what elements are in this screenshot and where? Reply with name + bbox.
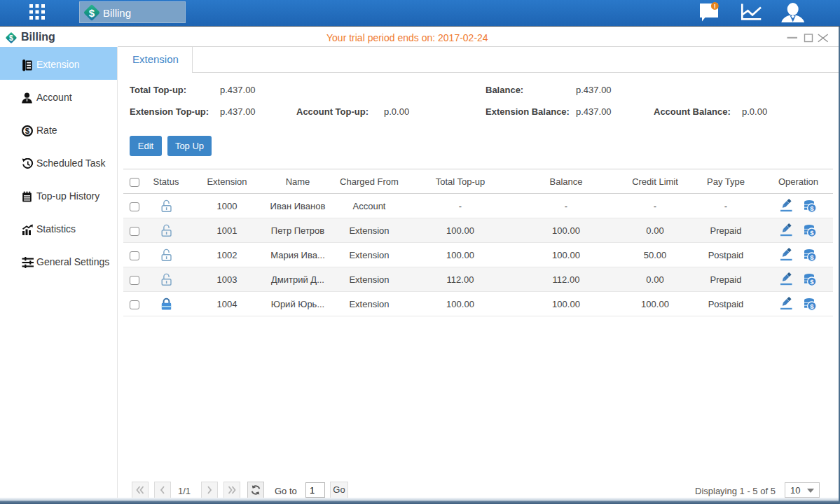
svg-text:!: ! [714, 3, 716, 10]
svg-text:$: $ [810, 253, 814, 261]
svg-text:$: $ [25, 127, 30, 135]
svg-text:$: $ [9, 34, 13, 42]
svg-text:$: $ [810, 302, 814, 310]
svg-text:$: $ [810, 229, 814, 237]
svg-text:$: $ [810, 278, 814, 286]
svg-text:$: $ [810, 204, 814, 212]
svg-text:$: $ [89, 7, 95, 19]
